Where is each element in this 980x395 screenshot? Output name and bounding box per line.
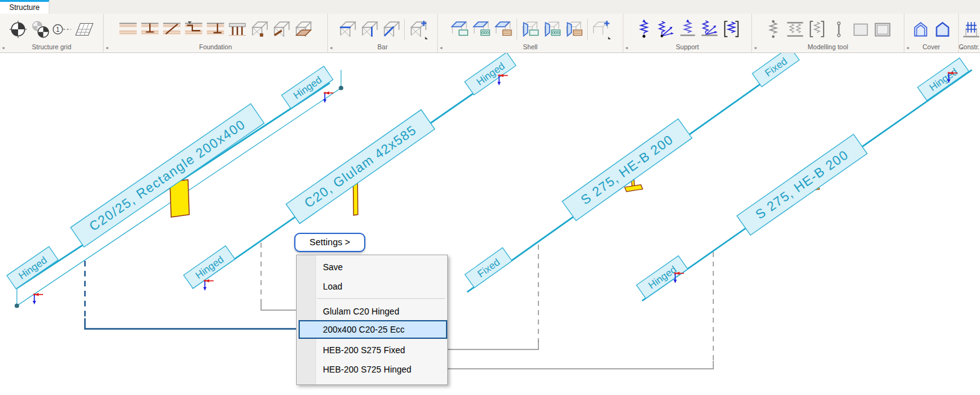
group-expander-icon[interactable]: ◂ bbox=[625, 44, 628, 52]
beam1-name-label: C20/25, Rectangle 200x400 bbox=[71, 104, 264, 247]
node-dot[interactable] bbox=[339, 85, 343, 90]
construction-grid-icon[interactable] bbox=[961, 19, 980, 40]
axis-icon[interactable] bbox=[52, 19, 73, 40]
svg-text:C20, Glulam 42x585: C20, Glulam 42x585 bbox=[302, 122, 419, 210]
ribbon-group-foundation: ◂Foundation bbox=[104, 14, 328, 52]
strip-foundation-icon[interactable] bbox=[117, 19, 139, 40]
ribbon-group-label: ◂Shell bbox=[438, 43, 623, 52]
local-axis-icon bbox=[203, 279, 214, 291]
point-support-group-icon[interactable] bbox=[655, 19, 676, 40]
settings-menu: Save Load Glulam C20 Hinged 200x400 C20-… bbox=[296, 255, 448, 385]
shell-more-icon[interactable] bbox=[590, 19, 611, 40]
fictitious-shell-icon[interactable] bbox=[850, 19, 871, 40]
point-connection-icon[interactable] bbox=[763, 19, 784, 40]
ribbon-group-support: ◂Support bbox=[623, 14, 752, 52]
ribbon-group-label: ◂Cover bbox=[904, 43, 958, 52]
local-axis-icon bbox=[323, 91, 334, 103]
group-expander-icon[interactable]: ◂ bbox=[2, 44, 4, 52]
group-inner-separator bbox=[587, 19, 588, 40]
column-icon[interactable] bbox=[359, 19, 380, 40]
ribbon-group-label: ◂Modelling tool bbox=[752, 43, 904, 52]
ribbon-group-structure-grid: ◂Structure grid bbox=[0, 14, 104, 52]
plate-icon[interactable] bbox=[449, 19, 470, 40]
settings-button[interactable]: Settings > bbox=[294, 233, 365, 252]
local-axis-icon bbox=[497, 74, 508, 85]
surface-connection-icon[interactable] bbox=[806, 19, 828, 40]
ribbon-group-cover: ◂Cover bbox=[904, 14, 959, 52]
local-axis-icon bbox=[673, 271, 684, 283]
group-expander-icon[interactable]: ◂ bbox=[754, 44, 756, 52]
beam2-name-label: C20, Glulam 42x585 bbox=[286, 110, 435, 224]
surface-support-icon[interactable] bbox=[721, 19, 742, 40]
group-expander-icon[interactable]: ◂ bbox=[440, 44, 442, 52]
group-expander-icon[interactable]: ◂ bbox=[106, 44, 108, 52]
beam3-start-support-label: Fixed bbox=[465, 248, 512, 288]
menu-item-save[interactable]: Save bbox=[297, 258, 447, 276]
beam1-end-support-label: Hinged bbox=[282, 66, 333, 109]
app-window: C20/25, Rectangle 200x400 Hinged Hinged … bbox=[0, 0, 980, 395]
ribbon-group-modelling-tool: ◂Modelling tool bbox=[752, 14, 904, 52]
pile-foundation-icon[interactable] bbox=[227, 19, 248, 40]
hollow-core-plate-icon[interactable] bbox=[471, 19, 492, 40]
beam4-name-label: S 275, HE-B 200 bbox=[737, 134, 868, 235]
pad-foundation-icon[interactable] bbox=[139, 19, 161, 40]
isolated-foundation-icon[interactable] bbox=[249, 19, 270, 40]
wall-footing-icon[interactable] bbox=[205, 19, 226, 40]
menu-item-glulam-c20-hinged[interactable]: Glulam C20 Hinged bbox=[297, 303, 447, 320]
group-inner-separator bbox=[404, 19, 405, 40]
svg-text:S 275, HE-B 200: S 275, HE-B 200 bbox=[753, 147, 851, 222]
beam-4[interactable]: S 275, HE-B 200 Hinged Hinged bbox=[636, 58, 972, 301]
ribbon-group-label: ◂Support bbox=[623, 43, 751, 52]
ribbon-group-label: ◂Bar bbox=[328, 43, 437, 52]
group-expander-icon[interactable]: ◂ bbox=[906, 44, 909, 52]
svg-text:C20/25, Rectangle 200x400: C20/25, Rectangle 200x400 bbox=[86, 117, 248, 234]
menu-item-load[interactable]: Load bbox=[297, 278, 447, 295]
ribbon-group-label: ◂Foundation bbox=[104, 43, 327, 52]
tab-structure[interactable]: Structure bbox=[0, 0, 49, 14]
beam1-start-support-label: Hinged bbox=[7, 246, 58, 289]
grid-copy-icon[interactable] bbox=[30, 19, 51, 40]
point-support-icon[interactable] bbox=[633, 19, 655, 40]
beam4-end-support-label: Hinged bbox=[918, 58, 969, 100]
line-support-group-icon[interactable] bbox=[699, 19, 720, 40]
diaphragm-icon[interactable] bbox=[872, 19, 893, 40]
beam2-end-support-label: Hinged bbox=[465, 52, 516, 95]
beam-1[interactable]: C20/25, Rectangle 200x400 Hinged Hinged bbox=[7, 66, 344, 308]
slope-foundation-icon[interactable] bbox=[161, 19, 182, 40]
wall-foundation-icon[interactable] bbox=[270, 19, 292, 40]
truss-icon[interactable] bbox=[380, 19, 402, 40]
beam-3[interactable]: S 275, HE-B 200 Fixed Fixed bbox=[465, 47, 799, 292]
excavation-icon[interactable] bbox=[183, 19, 204, 40]
local-axis-icon bbox=[32, 293, 43, 305]
group-inner-separator bbox=[517, 19, 517, 40]
ribbon-group-label: ◂Constr... bbox=[959, 43, 980, 52]
grid-plane-icon[interactable] bbox=[74, 19, 95, 40]
menu-item-heb-200-s725-hinged[interactable]: HEB-200 S725 Hinged bbox=[297, 361, 447, 378]
cover-solid-icon[interactable] bbox=[932, 19, 953, 40]
cover-icon[interactable] bbox=[910, 19, 931, 40]
beam-icon[interactable] bbox=[337, 19, 358, 40]
ribbon-tab-bar: Structure bbox=[0, 0, 980, 14]
group-expander-icon[interactable]: ◂ bbox=[330, 44, 332, 52]
foundation-slab-icon[interactable] bbox=[292, 19, 314, 40]
menu-separator bbox=[317, 298, 445, 299]
bar-more-icon[interactable] bbox=[407, 19, 428, 40]
ribbon: ◂Structure grid◂Foundation◂Bar◂Shell◂Sup… bbox=[0, 14, 980, 53]
wall-icon[interactable] bbox=[520, 19, 541, 40]
line-support-icon[interactable] bbox=[677, 19, 698, 40]
model-canvas[interactable]: C20/25, Rectangle 200x400 Hinged Hinged … bbox=[0, 0, 980, 395]
line-connection-icon[interactable] bbox=[784, 19, 806, 40]
hollow-core-wall-icon[interactable] bbox=[542, 19, 563, 40]
fictitious-bar-icon[interactable] bbox=[828, 19, 849, 40]
group-expander-icon[interactable]: ◂ bbox=[961, 44, 963, 52]
beam4-start-support-label: Hinged bbox=[636, 256, 688, 298]
timber-plate-icon[interactable] bbox=[493, 19, 514, 40]
node-dot[interactable] bbox=[14, 303, 19, 308]
menu-item-200x400-c20-25-ecc-highlighted[interactable]: 200x400 C20-25 Ecc bbox=[299, 320, 447, 339]
timber-wall-icon[interactable] bbox=[563, 19, 585, 40]
menu-item-heb-200-s275-fixed[interactable]: HEB-200 S275 Fixed bbox=[297, 341, 447, 359]
structural-grid-icon[interactable] bbox=[8, 19, 29, 40]
svg-text:S 275, HE-B 200: S 275, HE-B 200 bbox=[578, 132, 676, 207]
ribbon-group-constr-: ◂Constr... bbox=[959, 14, 980, 52]
ribbon-group-bar: ◂Bar bbox=[328, 14, 438, 52]
